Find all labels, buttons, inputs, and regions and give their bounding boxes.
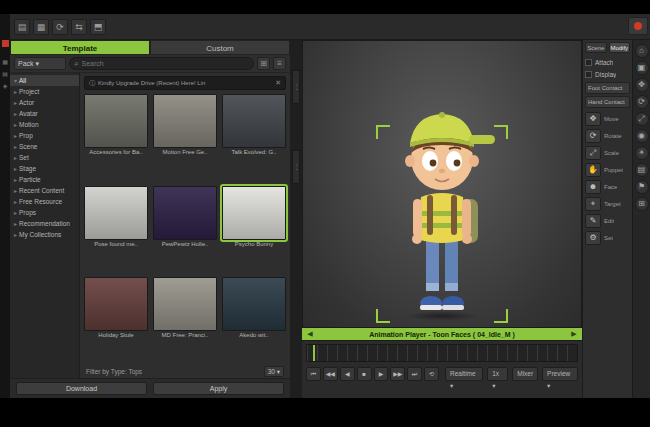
record-indicator[interactable] [2,40,9,47]
asset-item[interactable]: Holiday Stule [84,277,148,365]
move-icon[interactable]: ✥ [635,78,649,92]
bracket-corner [376,309,390,323]
tree-item-free-resource[interactable]: ▸Free Resource [10,196,79,207]
record-button[interactable] [628,17,648,35]
open-icon[interactable]: ▦ [33,19,49,35]
close-icon[interactable]: ✕ [275,79,281,87]
asset-thumbnail [222,186,286,240]
tree-item-my-collections[interactable]: ▸My Collections [10,229,79,240]
apply-button[interactable]: Apply [153,382,284,395]
tree-label: All [19,77,26,84]
speed-dropdown[interactable]: 1x ▾ [487,367,508,381]
panel-collapse-handle[interactable]: ⋮ [292,70,300,104]
loop-button[interactable]: ⟲ [424,367,439,381]
preview-dropdown[interactable]: Preview ▾ [542,367,578,381]
tree-item-avatar[interactable]: ▸Avatar [10,108,79,119]
tree-item-scene[interactable]: ▸Scene [10,141,79,152]
layers-icon[interactable]: ▤ [635,163,649,177]
tab-scene[interactable]: Scene [585,42,607,53]
tree-item-props[interactable]: ▸Props [10,207,79,218]
asset-item[interactable]: PewPewtz Holle.. [153,186,217,274]
flag-icon[interactable]: ⚑ [635,180,649,194]
step-back-button[interactable]: ◀ [340,367,355,381]
asset-item[interactable]: Motion Free Ge.. [153,94,217,182]
next-clip-icon[interactable]: ▶ [568,328,580,340]
home-icon[interactable]: ⌂ [635,44,649,58]
edit-tool-icon[interactable]: ✎ [585,214,601,228]
tree-item-stage[interactable]: ▸Stage [10,163,79,174]
light-icon[interactable]: ☀ [635,146,649,160]
tree-item-prop[interactable]: ▸Prop [10,130,79,141]
playhead[interactable] [313,345,315,361]
project-icon[interactable]: ▤ [14,19,30,35]
play-button[interactable]: ▶ [374,367,389,381]
tree-item-all[interactable]: ▾All [10,75,79,86]
target-tool-icon[interactable]: ⌖ [585,197,601,211]
tool-row: ⌖Target [585,195,630,212]
tree-item-recent[interactable]: ▸Recent Content [10,185,79,196]
rotate-tool-icon[interactable]: ⟳ [585,129,601,143]
promo-banner[interactable]: ⓘ Kindly Upgrade Drive (Recent) Here! Li… [84,76,286,90]
hand-contact-dropdown[interactable]: Hand Contact [585,96,630,108]
display-checkbox[interactable] [585,71,592,78]
tree-item-actor[interactable]: ▸Actor [10,97,79,108]
camera-icon[interactable]: ◉ [635,129,649,143]
dock-icon-2[interactable]: ▤ [1,70,9,78]
puppet-tool-icon[interactable]: ✋ [585,163,601,177]
tab-template[interactable]: Template [10,40,150,55]
search-box[interactable]: ⌕ [69,57,254,70]
asset-item[interactable]: Akedo wit.. [222,277,286,365]
redo-icon[interactable]: ⇆ [71,19,87,35]
pack-dropdown[interactable]: Pack ▾ [14,57,66,70]
download-button[interactable]: Download [16,382,147,395]
animation-status-bar[interactable]: ◀ Animation Player - Toon Faces ( 04_Idl… [302,328,582,340]
move-tool-icon[interactable]: ✥ [585,112,601,126]
undo-icon[interactable]: ⟳ [52,19,68,35]
foot-contact-dropdown[interactable]: Foot Contact [585,82,630,94]
tool-row: ⤢Scale [585,144,630,161]
asset-name: Accessories for Ba.. [84,149,148,158]
list-view-icon[interactable]: ≡ [273,57,286,70]
asset-item[interactable]: Talk Evolved: G.. [222,94,286,182]
dock-icon-3[interactable]: ◈ [1,82,9,90]
tab-modify[interactable]: Modify [609,42,631,53]
attach-checkbox[interactable] [585,59,592,66]
go-end-button[interactable]: ⏭ [407,367,422,381]
next-frame-button[interactable]: ▶▶ [390,367,405,381]
grid-icon[interactable]: ⊞ [635,197,649,211]
scale-icon[interactable]: ⤢ [635,112,649,126]
asset-item[interactable]: MD Free: Pranci.. [153,277,217,365]
filter-label[interactable]: Filter by Type: Tops [86,368,142,375]
tree-item-project[interactable]: ▸Project [10,86,79,97]
prev-frame-button[interactable]: ◀◀ [323,367,338,381]
timeline-ruler[interactable] [306,344,578,362]
scale-tool-icon[interactable]: ⤢ [585,146,601,160]
caret-icon: ▸ [14,154,17,161]
dock-icon-1[interactable]: ▦ [1,58,9,66]
asset-item[interactable]: Pose found me.. [84,186,148,274]
search-input[interactable] [81,60,249,67]
rotate-icon[interactable]: ⟳ [635,95,649,109]
realtime-dropdown[interactable]: Realtime ▾ [445,367,483,381]
prev-clip-icon[interactable]: ◀ [304,328,316,340]
tree-item-particle[interactable]: ▸Particle [10,174,79,185]
asset-item[interactable]: Accessories for Ba.. [84,94,148,182]
tree-item-recommendation[interactable]: ▸Recommendation [10,218,79,229]
tree-item-motion[interactable]: ▸Motion [10,119,79,130]
save-icon[interactable]: ⬒ [90,19,106,35]
settings-tool-icon[interactable]: ⚙ [585,231,601,245]
tree-label: Stage [19,165,36,172]
panel-collapse-handle[interactable]: ⋮ [292,150,300,184]
grid-view-icon[interactable]: ⊞ [257,57,270,70]
tree-item-set[interactable]: ▸Set [10,152,79,163]
page-size-dropdown[interactable]: 30 ▾ [264,366,284,377]
tree-label: Set [19,154,29,161]
go-start-button[interactable]: ⏮ [306,367,321,381]
face-tool-icon[interactable]: ☻ [585,180,601,194]
stop-button[interactable]: ■ [357,367,372,381]
tab-custom[interactable]: Custom [150,40,290,55]
asset-item-selected[interactable]: Psycho Bunny [222,186,286,274]
mixer-button[interactable]: Mixer [512,367,538,381]
viewport-3d[interactable] [302,40,582,328]
select-icon[interactable]: ▣ [635,61,649,75]
